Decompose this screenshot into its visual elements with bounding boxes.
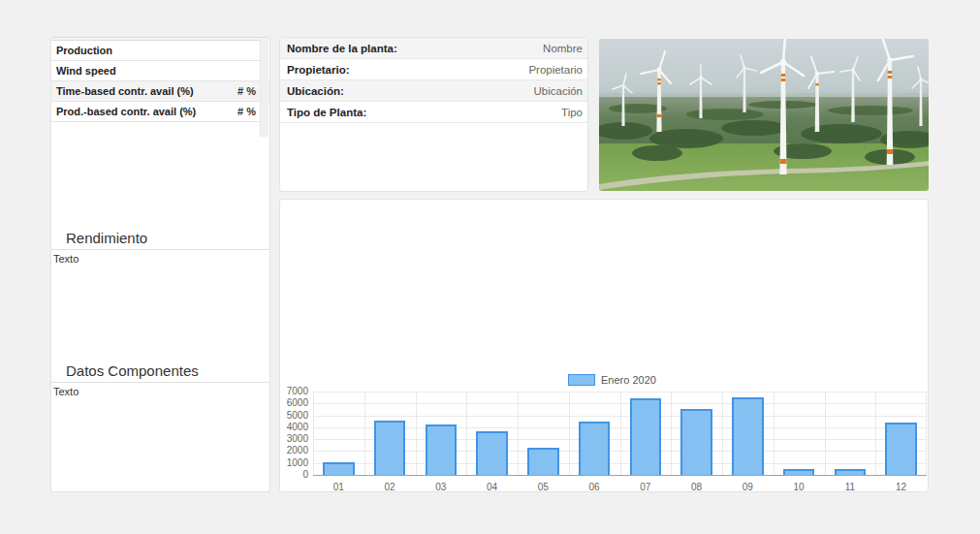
y-axis-tick-label: 3000 bbox=[280, 434, 308, 444]
v-gridline bbox=[671, 392, 672, 475]
chart-legend[interactable]: Enero 2020 bbox=[568, 374, 656, 386]
x-axis-tick-label: 04 bbox=[466, 482, 518, 493]
section-body-rendimiento: Texto bbox=[51, 253, 269, 265]
v-gridline bbox=[518, 392, 519, 475]
section-heading-rendimiento: Rendimiento bbox=[51, 228, 269, 250]
v-gridline bbox=[926, 392, 927, 475]
metric-label: Wind speed bbox=[56, 65, 116, 77]
info-value: Nombre bbox=[543, 43, 583, 54]
v-gridline bbox=[313, 392, 314, 475]
y-axis-tick-label: 2000 bbox=[280, 446, 308, 455]
x-axis-tick-label: 03 bbox=[416, 482, 467, 493]
x-axis-tick-label: 09 bbox=[722, 482, 774, 493]
v-gridline bbox=[620, 392, 621, 475]
metric-row-prod-based-avail[interactable]: Prod.-based contr. avail (%) # % bbox=[51, 102, 269, 122]
bar-08[interactable] bbox=[680, 409, 712, 475]
info-value: Ubicación bbox=[534, 85, 584, 97]
metric-row-production[interactable]: Production bbox=[51, 41, 269, 61]
v-gridline bbox=[364, 392, 365, 475]
bar-01[interactable] bbox=[323, 462, 355, 476]
info-label: Nombre de la planta: bbox=[287, 43, 397, 54]
metric-row-time-based-avail[interactable]: Time-based contr. avail (%) # % bbox=[51, 81, 269, 102]
v-gridline bbox=[569, 392, 570, 475]
info-row-nombre: Nombre de la planta: Nombre bbox=[280, 38, 587, 59]
metrics-panel: Production Wind speed Time-based contr. … bbox=[50, 37, 270, 492]
metric-value: # % bbox=[237, 106, 256, 117]
bar-10[interactable] bbox=[783, 469, 815, 475]
section-body-datos-componentes: Texto bbox=[51, 386, 269, 397]
info-row-tipo: Tipo de Planta: Tipo bbox=[280, 102, 587, 123]
metric-value: # % bbox=[237, 85, 256, 97]
bar-07[interactable] bbox=[630, 398, 662, 475]
x-axis-tick-label: 10 bbox=[774, 482, 825, 493]
metric-label: Time-based contr. avail (%) bbox=[56, 85, 194, 97]
chart-y-axis: 01000200030004000500060007000 bbox=[280, 392, 308, 475]
v-gridline bbox=[774, 392, 775, 475]
v-gridline bbox=[466, 392, 467, 475]
legend-swatch-icon bbox=[568, 374, 595, 386]
x-axis-tick-label: 02 bbox=[364, 482, 416, 493]
bar-09[interactable] bbox=[732, 397, 764, 475]
x-axis-tick-label: 01 bbox=[313, 482, 364, 493]
info-label: Ubicación: bbox=[287, 85, 344, 97]
x-axis-tick-label: 12 bbox=[875, 482, 927, 493]
v-gridline bbox=[416, 392, 417, 475]
y-axis-tick-label: 5000 bbox=[280, 411, 308, 421]
wind-farm-illustration bbox=[599, 39, 929, 191]
y-axis-tick-label: 7000 bbox=[280, 387, 308, 396]
y-axis-tick-label: 6000 bbox=[280, 398, 308, 408]
bar-11[interactable] bbox=[835, 469, 867, 475]
info-label: Propietario: bbox=[287, 64, 350, 76]
info-row-propietario: Propietario: Propietario bbox=[280, 59, 587, 80]
v-gridline bbox=[722, 392, 723, 475]
x-axis-tick-label: 06 bbox=[569, 482, 620, 493]
bar-06[interactable] bbox=[579, 422, 611, 475]
section-heading-datos-componentes: Datos Componentes bbox=[51, 361, 269, 383]
dashboard-root: { "left_panel": { "metrics": [ {"label":… bbox=[0, 0, 980, 534]
wind-farm-photo bbox=[599, 39, 929, 191]
chart-plot-area bbox=[313, 392, 927, 476]
info-value: Tipo bbox=[561, 107, 583, 118]
metric-label: Production bbox=[56, 45, 112, 56]
y-axis-tick-label: 1000 bbox=[280, 458, 308, 468]
info-label: Tipo de Planta: bbox=[287, 107, 366, 118]
x-axis-tick-label: 07 bbox=[620, 482, 672, 493]
x-axis-tick-label: 05 bbox=[518, 482, 569, 493]
info-row-ubicacion: Ubicación: Ubicación bbox=[280, 80, 587, 102]
info-value: Propietario bbox=[528, 64, 583, 76]
bar-05[interactable] bbox=[527, 448, 559, 475]
x-axis-tick-label: 11 bbox=[825, 482, 876, 493]
y-axis-tick-label: 0 bbox=[280, 470, 308, 480]
legend-series-label: Enero 2020 bbox=[601, 374, 656, 386]
v-gridline bbox=[825, 392, 826, 475]
table-scrollbar[interactable] bbox=[260, 40, 269, 137]
bar-03[interactable] bbox=[426, 424, 458, 475]
bar-12[interactable] bbox=[885, 423, 917, 475]
metric-row-wind-speed[interactable]: Wind speed bbox=[51, 61, 269, 81]
chart-x-axis: 010203040506070809101112 bbox=[313, 482, 927, 493]
bar-04[interactable] bbox=[476, 431, 508, 475]
bar-02[interactable] bbox=[374, 421, 406, 475]
y-axis-tick-label: 4000 bbox=[280, 423, 308, 432]
plant-info-panel: Nombre de la planta: Nombre Propietario:… bbox=[279, 37, 588, 192]
x-axis-tick-label: 08 bbox=[671, 482, 722, 493]
monthly-production-chart-panel: Enero 2020 01000200030004000500060007000… bbox=[279, 199, 929, 492]
metric-label: Prod.-based contr. avail (%) bbox=[56, 106, 196, 117]
v-gridline bbox=[875, 392, 876, 475]
